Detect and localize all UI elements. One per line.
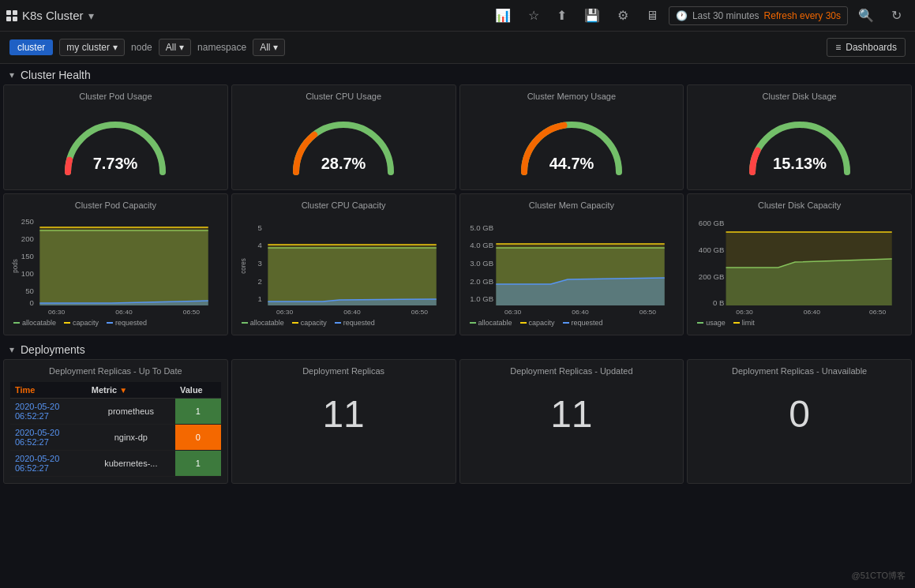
namespace-filter-label: namespace bbox=[197, 42, 246, 53]
pod-capacity-chart: 250 200 150 100 50 0 pods 06:30 06:40 bbox=[10, 215, 221, 317]
deploy-table-panel: Deployment Replicas - Up To Date Time Me… bbox=[3, 359, 228, 484]
settings-icon[interactable]: ⚙ bbox=[610, 6, 636, 26]
clock-icon: 🕐 bbox=[676, 10, 688, 21]
mem-capacity-legend: allocatable capacity requested bbox=[467, 317, 677, 328]
monitor-icon[interactable]: 🖥 bbox=[639, 6, 666, 26]
my-cluster-arrow: ▾ bbox=[113, 42, 118, 53]
namespace-dropdown[interactable]: All ▾ bbox=[253, 39, 285, 56]
save-icon[interactable]: 💾 bbox=[577, 6, 607, 26]
capacity-row: Cluster Pod Capacity 250 200 150 100 50 … bbox=[0, 193, 915, 339]
svg-text:2.0 GB: 2.0 GB bbox=[470, 278, 493, 286]
time-col-header[interactable]: Time bbox=[10, 382, 87, 399]
svg-text:200: 200 bbox=[21, 235, 34, 243]
svg-text:150: 150 bbox=[21, 253, 34, 260]
svg-text:1.0 GB: 1.0 GB bbox=[470, 295, 493, 303]
deploy-table: Time Metric ▼ Value 2020-05-2006:52:27 p… bbox=[10, 382, 221, 477]
svg-text:4.0 GB: 4.0 GB bbox=[470, 242, 493, 249]
disk-usage-gauge: 15.13% bbox=[694, 106, 905, 183]
svg-text:06:40: 06:40 bbox=[804, 309, 821, 316]
time-cell: 2020-05-2006:52:27 bbox=[10, 451, 87, 477]
deployments-header[interactable]: ▾ Deployments bbox=[0, 339, 915, 359]
cpu-usage-gauge: 28.7% bbox=[238, 106, 449, 183]
svg-marker-24 bbox=[268, 245, 436, 305]
svg-text:28.7%: 28.7% bbox=[321, 155, 366, 172]
disk-capacity-legend: usage limit bbox=[694, 317, 905, 328]
node-value: All bbox=[166, 42, 176, 53]
svg-text:400 GB: 400 GB bbox=[699, 246, 725, 254]
svg-text:06:50: 06:50 bbox=[639, 309, 656, 316]
chevron-icon: ▾ bbox=[9, 69, 14, 81]
pod-capacity-panel: Cluster Pod Capacity 250 200 150 100 50 … bbox=[3, 193, 228, 335]
svg-text:1: 1 bbox=[257, 295, 261, 303]
top-nav: K8s Cluster ▾ 📊 ☆ ⬆ 💾 ⚙ 🖥 🕐 Last 30 minu… bbox=[0, 0, 915, 32]
dashboards-label: Dashboards bbox=[846, 42, 897, 53]
svg-text:2: 2 bbox=[257, 278, 261, 286]
svg-marker-12 bbox=[39, 227, 208, 305]
app-title: K8s Cluster bbox=[22, 9, 84, 22]
value-cell: 1 bbox=[175, 399, 221, 425]
time-range-selector[interactable]: 🕐 Last 30 minutes Refresh every 30s bbox=[669, 6, 848, 25]
svg-text:06:30: 06:30 bbox=[504, 309, 522, 316]
grid-icon bbox=[6, 10, 17, 21]
app-logo: K8s Cluster ▾ bbox=[6, 9, 94, 22]
value-col-header[interactable]: Value bbox=[175, 382, 221, 399]
disk-capacity-panel: Cluster Disk Capacity 600 GB 400 GB 200 … bbox=[687, 193, 912, 335]
svg-text:100: 100 bbox=[21, 270, 34, 278]
cpu-capacity-panel: Cluster CPU Capacity 5 4 3 2 1 cores 06:… bbox=[231, 193, 456, 335]
app-dropdown-arrow[interactable]: ▾ bbox=[88, 9, 94, 22]
memory-usage-panel: Cluster Memory Usage 44.7% bbox=[459, 84, 684, 190]
deployments-grid: Deployment Replicas - Up To Date Time Me… bbox=[0, 359, 915, 487]
dashboards-button[interactable]: ≡ Dashboards bbox=[827, 38, 906, 57]
metric-cell: nginx-dp bbox=[87, 425, 175, 451]
svg-text:50: 50 bbox=[25, 287, 34, 295]
cpu-capacity-chart: 5 4 3 2 1 cores 06:30 06:40 06:50 bbox=[238, 215, 449, 317]
table-row: 2020-05-2006:52:27 prometheus 1 bbox=[10, 399, 221, 425]
svg-text:5: 5 bbox=[257, 224, 261, 232]
refresh-label: Refresh every 30s bbox=[764, 10, 841, 21]
node-filter-label: node bbox=[131, 42, 152, 53]
node-arrow: ▾ bbox=[179, 42, 184, 53]
svg-text:44.7%: 44.7% bbox=[549, 155, 594, 172]
svg-text:06:50: 06:50 bbox=[411, 309, 428, 316]
pod-usage-gauge: 7.73% bbox=[10, 106, 221, 183]
search-icon[interactable]: 🔍 bbox=[851, 6, 881, 26]
time-label: Last 30 minutes bbox=[692, 10, 759, 21]
disk-capacity-title: Cluster Disk Capacity bbox=[694, 200, 905, 210]
svg-text:3: 3 bbox=[257, 260, 261, 268]
cpu-usage-title: Cluster CPU Usage bbox=[238, 92, 449, 101]
metric-col-header[interactable]: Metric ▼ bbox=[87, 382, 175, 399]
mem-capacity-title: Cluster Mem Capacity bbox=[467, 200, 677, 210]
my-cluster-dropdown[interactable]: my cluster ▾ bbox=[59, 39, 125, 56]
svg-text:06:50: 06:50 bbox=[869, 309, 887, 316]
bar-chart-icon[interactable]: 📊 bbox=[488, 6, 518, 26]
namespace-value: All bbox=[260, 42, 270, 53]
share-icon[interactable]: ⬆ bbox=[549, 6, 574, 26]
disk-usage-panel: Cluster Disk Usage 15.13% bbox=[687, 84, 912, 190]
disk-usage-title: Cluster Disk Usage bbox=[694, 92, 905, 101]
deploy-replicas-value: 11 bbox=[238, 382, 449, 445]
svg-text:3.0 GB: 3.0 GB bbox=[470, 260, 493, 268]
svg-marker-45 bbox=[726, 232, 892, 305]
menu-icon: ≡ bbox=[835, 42, 841, 53]
table-row: 2020-05-2006:52:27 kubernetes-... 1 bbox=[10, 451, 221, 477]
star-icon[interactable]: ☆ bbox=[521, 6, 546, 26]
cpu-usage-panel: Cluster CPU Usage 28.7% bbox=[231, 84, 456, 190]
cluster-health-label: Cluster Health bbox=[21, 69, 91, 81]
deploy-updated-title: Deployment Replicas - Updated bbox=[467, 366, 677, 376]
svg-text:06:40: 06:40 bbox=[115, 309, 133, 316]
cluster-health-header[interactable]: ▾ Cluster Health bbox=[0, 64, 915, 84]
svg-text:5.0 GB: 5.0 GB bbox=[470, 224, 493, 232]
namespace-arrow: ▾ bbox=[273, 42, 278, 53]
deploy-table-title: Deployment Replicas - Up To Date bbox=[10, 366, 221, 376]
node-dropdown[interactable]: All ▾ bbox=[159, 39, 191, 56]
filter-bar: cluster my cluster ▾ node All ▾ namespac… bbox=[0, 32, 915, 64]
svg-text:600 GB: 600 GB bbox=[699, 219, 725, 227]
svg-text:06:30: 06:30 bbox=[276, 309, 294, 316]
refresh-icon[interactable]: ↻ bbox=[884, 6, 909, 26]
deploy-updated-value: 11 bbox=[467, 382, 677, 445]
cpu-capacity-title: Cluster CPU Capacity bbox=[238, 200, 449, 210]
pod-capacity-legend: allocatable capacity requested bbox=[10, 317, 221, 328]
cluster-filter-tag: cluster bbox=[9, 39, 53, 55]
deployments-label: Deployments bbox=[21, 343, 85, 356]
pod-capacity-title: Cluster Pod Capacity bbox=[10, 200, 221, 210]
